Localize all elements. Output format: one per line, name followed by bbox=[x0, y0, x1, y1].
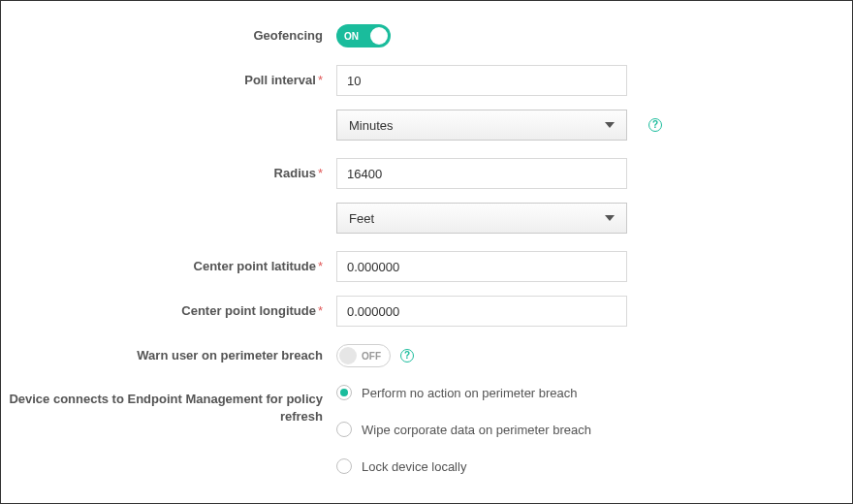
radius-label: Radius* bbox=[1, 165, 336, 182]
radio-label: Wipe corporate data on perimeter breach bbox=[362, 423, 591, 437]
center-latitude-label: Center point latitude* bbox=[1, 258, 336, 275]
center-latitude-input[interactable] bbox=[336, 251, 627, 282]
radio-no-action[interactable]: Perform no action on perimeter breach bbox=[336, 385, 637, 400]
select-value: Minutes bbox=[349, 118, 394, 133]
chevron-down-icon bbox=[605, 215, 615, 221]
warn-user-toggle[interactable]: OFF bbox=[336, 344, 391, 367]
toggle-on-label: ON bbox=[344, 31, 359, 42]
toggle-knob bbox=[339, 347, 357, 364]
radio-icon bbox=[336, 422, 352, 437]
radius-input[interactable] bbox=[336, 158, 627, 189]
help-icon[interactable]: ? bbox=[400, 349, 414, 362]
center-longitude-label: Center point longitude* bbox=[1, 302, 336, 320]
radio-icon bbox=[336, 385, 352, 400]
policy-action-radio-group: Perform no action on perimeter breach Wi… bbox=[336, 385, 637, 495]
center-longitude-input[interactable] bbox=[336, 296, 627, 327]
poll-interval-input[interactable] bbox=[336, 65, 627, 96]
radio-icon bbox=[336, 458, 352, 474]
radius-unit-select[interactable]: Feet bbox=[336, 203, 627, 234]
select-value: Feet bbox=[349, 211, 374, 226]
radio-label: Lock device locally bbox=[362, 459, 466, 474]
toggle-off-label: OFF bbox=[362, 351, 381, 362]
poll-interval-label: Poll interval* bbox=[1, 72, 336, 89]
toggle-knob bbox=[370, 27, 388, 45]
help-icon[interactable]: ? bbox=[648, 118, 662, 132]
chevron-down-icon bbox=[605, 122, 615, 128]
radio-label: Perform no action on perimeter breach bbox=[362, 386, 578, 400]
warn-user-label: Warn user on perimeter breach bbox=[1, 347, 336, 364]
geofencing-toggle[interactable]: ON bbox=[336, 24, 391, 47]
radio-lock-device[interactable]: Lock device locally bbox=[336, 458, 637, 474]
policy-refresh-label: Device connects to Endpoint Management f… bbox=[1, 385, 336, 425]
geofencing-label: Geofencing bbox=[1, 27, 336, 45]
poll-interval-unit-select[interactable]: Minutes bbox=[336, 110, 627, 141]
radio-wipe-corporate[interactable]: Wipe corporate data on perimeter breach bbox=[336, 422, 637, 437]
